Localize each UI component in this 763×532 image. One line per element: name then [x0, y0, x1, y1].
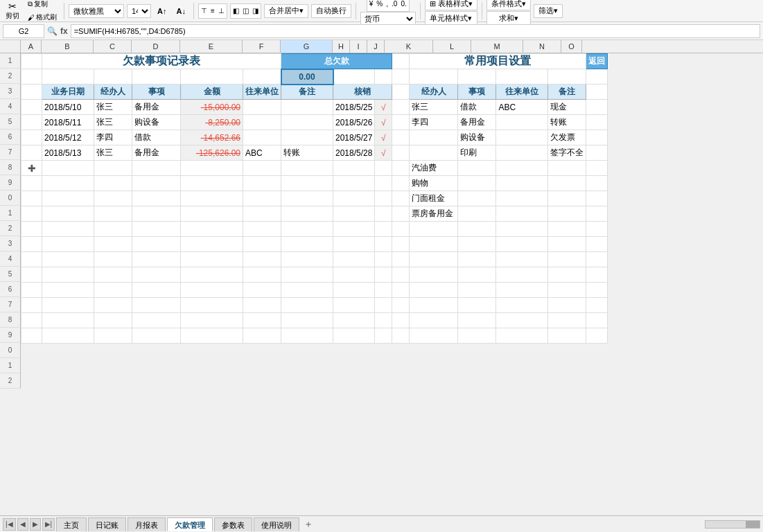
row-num-13[interactable]: 3: [0, 236, 21, 251]
r-person-1[interactable]: 张三: [410, 100, 458, 115]
cell-e8[interactable]: [181, 161, 243, 176]
align-bottom-button[interactable]: ⊥: [217, 5, 226, 17]
add-row-button[interactable]: ✚: [21, 161, 42, 176]
col-header-n[interactable]: N: [523, 40, 561, 53]
r-partner-3[interactable]: [496, 130, 548, 145]
verify-date-3[interactable]: 2018/5/27: [333, 130, 375, 145]
col-header-b[interactable]: B: [42, 40, 94, 53]
cell-c8[interactable]: [94, 161, 132, 176]
cell-o5[interactable]: [586, 115, 608, 130]
cell-f2[interactable]: [243, 69, 281, 85]
amount-cell-1[interactable]: -15,000.00: [181, 100, 243, 115]
r-partner-2[interactable]: [496, 115, 548, 130]
r-item-1[interactable]: 借款: [458, 100, 496, 115]
cell-o8[interactable]: [586, 161, 608, 176]
r-note-3[interactable]: 欠发票: [548, 130, 586, 145]
col-header-h[interactable]: H: [333, 40, 350, 53]
cell-a3[interactable]: [21, 85, 42, 100]
check-cell-1[interactable]: √: [375, 100, 392, 115]
row-num-17[interactable]: 7: [0, 297, 21, 312]
horizontal-scrollbar[interactable]: [705, 520, 760, 529]
cell-k2[interactable]: [410, 69, 458, 85]
cell-j1[interactable]: [392, 54, 410, 69]
tab-nav-last[interactable]: ▶|: [42, 518, 55, 531]
percent-button[interactable]: %: [375, 0, 384, 10]
cell-a1[interactable]: [21, 54, 42, 69]
date-cell-4[interactable]: 2018/5/13: [42, 145, 94, 161]
cell-h2[interactable]: [333, 69, 375, 85]
row-num-2[interactable]: 2: [0, 69, 21, 84]
row-num-20[interactable]: 0: [0, 343, 21, 358]
row-num-19[interactable]: 9: [0, 328, 21, 343]
r-partner-4[interactable]: [496, 145, 548, 161]
check-cell-3[interactable]: √: [375, 130, 392, 145]
col-header-k[interactable]: K: [385, 40, 433, 53]
r-item-6[interactable]: 购物: [410, 176, 458, 191]
format-painter-button[interactable]: 🖌 格式刷: [25, 11, 60, 24]
r-item-8[interactable]: 票房备用金: [410, 206, 458, 222]
row-num-7[interactable]: 7: [0, 145, 21, 160]
cell-o3[interactable]: [586, 85, 608, 100]
tab-nav-next[interactable]: ▶: [30, 518, 41, 531]
filter-button[interactable]: 筛选▾: [534, 4, 563, 18]
tab-home[interactable]: 主页: [56, 517, 87, 531]
cell-j7[interactable]: [392, 145, 410, 161]
r-item-4[interactable]: 印刷: [458, 145, 496, 161]
person-cell-1[interactable]: 张三: [94, 100, 132, 115]
row-num-8[interactable]: 8: [0, 160, 21, 175]
r-person-4[interactable]: [410, 145, 458, 161]
row-num-10[interactable]: 0: [0, 190, 21, 206]
row-num-1[interactable]: 1: [0, 53, 21, 69]
cell-reference-input[interactable]: [3, 24, 44, 38]
r-note-1[interactable]: 现金: [548, 100, 586, 115]
col-header-e[interactable]: E: [180, 40, 243, 53]
tab-nav-prev[interactable]: ◀: [17, 518, 28, 531]
cell-o4[interactable]: [586, 100, 608, 115]
formula-input[interactable]: [71, 24, 760, 38]
scroll-thumb[interactable]: [746, 521, 760, 528]
row-num-15[interactable]: 5: [0, 267, 21, 282]
col-header-o[interactable]: O: [561, 40, 582, 53]
row-num-11[interactable]: 1: [0, 206, 21, 221]
cell-j4[interactable]: [392, 100, 410, 115]
date-cell-3[interactable]: 2018/5/12: [42, 130, 94, 145]
r-item-5[interactable]: 汽油费: [410, 161, 458, 176]
tab-diary[interactable]: 日记账: [88, 517, 126, 531]
cell-a5[interactable]: [21, 115, 42, 130]
cell-i8[interactable]: [375, 161, 392, 176]
font-shrink-button[interactable]: A↓: [173, 4, 188, 18]
cell-j8[interactable]: [392, 161, 410, 176]
r-item-2[interactable]: 备用金: [458, 115, 496, 130]
amount-cell-3[interactable]: -14,652.66: [181, 130, 243, 145]
cut-button[interactable]: ✂ 剪切: [3, 0, 22, 22]
tab-monthly[interactable]: 月报表: [128, 517, 166, 531]
row-num-4[interactable]: 4: [0, 99, 21, 114]
return-button[interactable]: 返回: [586, 54, 608, 69]
cell-n2[interactable]: [548, 69, 586, 85]
check-cell-2[interactable]: √: [375, 115, 392, 130]
row-num-16[interactable]: 6: [0, 282, 21, 297]
total-value-cell[interactable]: 0.00: [281, 69, 333, 85]
note-cell-4[interactable]: 转账: [281, 145, 333, 161]
cell-m8[interactable]: [496, 161, 548, 176]
row-num-14[interactable]: 4: [0, 251, 21, 267]
cell-d2[interactable]: [132, 69, 181, 85]
cell-o7[interactable]: [586, 145, 608, 161]
row-num-3[interactable]: 3: [0, 84, 21, 99]
cell-c2[interactable]: [94, 69, 132, 85]
auto-wrap-button[interactable]: 自动换行: [311, 4, 351, 18]
number-format-select[interactable]: 货币: [360, 12, 416, 26]
tab-debt[interactable]: 欠款管理: [167, 517, 213, 531]
cell-j3[interactable]: [392, 85, 410, 100]
font-name-select[interactable]: 微软雅黑: [69, 4, 124, 18]
cell-g8[interactable]: [281, 161, 333, 176]
cell-d8[interactable]: [132, 161, 181, 176]
cell-h8[interactable]: [333, 161, 375, 176]
align-left-button[interactable]: ◧: [231, 5, 240, 17]
cell-n8[interactable]: [548, 161, 586, 176]
align-top-button[interactable]: ⊤: [200, 5, 209, 17]
verify-date-4[interactable]: 2018/5/28: [333, 145, 375, 161]
r-note-4[interactable]: 签字不全: [548, 145, 586, 161]
r-item-7[interactable]: 门面租金: [410, 191, 458, 206]
col-header-m[interactable]: M: [471, 40, 523, 53]
